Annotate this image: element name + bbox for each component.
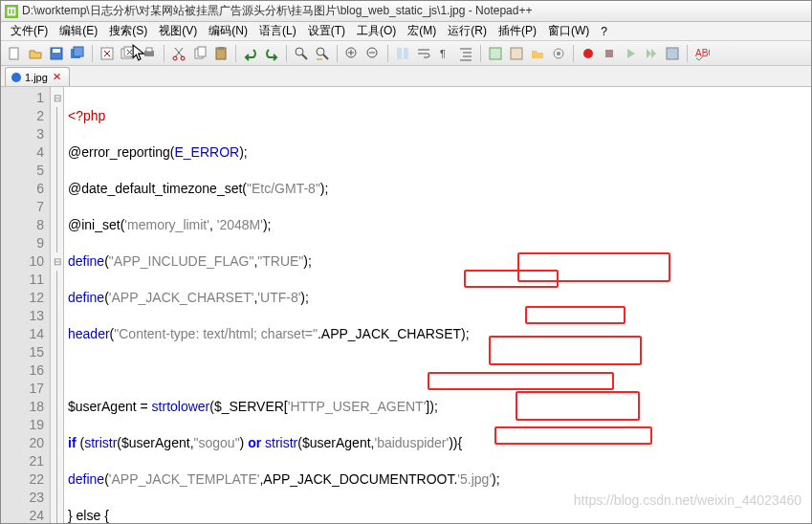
zoomout-icon[interactable] bbox=[363, 44, 383, 63]
menu-plugins[interactable]: 插件(P) bbox=[493, 23, 542, 39]
svg-point-30 bbox=[557, 52, 560, 55]
svg-point-31 bbox=[583, 49, 593, 58]
closeall-icon[interactable] bbox=[119, 44, 138, 63]
svg-rect-8 bbox=[74, 47, 83, 56]
menu-settings[interactable]: 设置(T) bbox=[302, 23, 351, 39]
svg-rect-33 bbox=[667, 48, 678, 59]
replace-icon[interactable] bbox=[313, 44, 332, 63]
fold-box-icon[interactable]: ⊟ bbox=[51, 89, 63, 107]
cut-icon[interactable] bbox=[169, 44, 188, 63]
svg-rect-24 bbox=[397, 48, 402, 59]
toolbar-sep bbox=[235, 45, 236, 62]
stop-icon[interactable] bbox=[600, 44, 619, 63]
svg-text:¶: ¶ bbox=[440, 48, 446, 59]
menu-help[interactable]: ? bbox=[595, 25, 613, 38]
record-icon[interactable] bbox=[579, 44, 598, 63]
menu-search[interactable]: 搜索(S) bbox=[103, 23, 153, 39]
find-icon[interactable] bbox=[292, 44, 311, 63]
toolbar: ¶ ABC bbox=[1, 41, 811, 66]
toolbar-sep bbox=[286, 45, 287, 62]
open-icon[interactable] bbox=[26, 44, 45, 63]
fold-column: ⊟ ⊟ bbox=[51, 87, 64, 523]
playfast-icon[interactable] bbox=[642, 44, 661, 63]
code-area[interactable]: <?php @error_reporting(E_ERROR); @date_d… bbox=[64, 87, 811, 523]
menu-run[interactable]: 运行(R) bbox=[442, 23, 493, 39]
menu-file[interactable]: 文件(F) bbox=[5, 23, 54, 39]
monitor-icon[interactable] bbox=[549, 44, 568, 63]
toolbar-sep bbox=[337, 45, 338, 62]
lang-icon[interactable] bbox=[486, 44, 505, 63]
highlight-box bbox=[525, 306, 625, 324]
svg-rect-27 bbox=[490, 48, 501, 59]
toolbar-sep bbox=[92, 45, 93, 62]
menu-language[interactable]: 语言(L) bbox=[253, 23, 302, 39]
svg-point-21 bbox=[317, 48, 324, 55]
tab-close-icon[interactable]: ⨯ bbox=[52, 72, 63, 83]
folder-icon[interactable] bbox=[528, 44, 547, 63]
menu-view[interactable]: 视图(V) bbox=[153, 23, 203, 39]
redo-icon[interactable] bbox=[262, 44, 281, 63]
spellcheck-icon[interactable]: ABC bbox=[692, 44, 712, 63]
titlebar: D:\worktemp\日志分析\对某网站被挂黑广告源头分析\挂马图片\blog… bbox=[1, 1, 811, 22]
play-icon[interactable] bbox=[621, 44, 640, 63]
zoomin-icon[interactable] bbox=[342, 44, 362, 63]
app-icon bbox=[5, 5, 18, 18]
new-icon[interactable] bbox=[5, 44, 24, 63]
svg-rect-28 bbox=[511, 48, 522, 59]
svg-rect-2 bbox=[9, 9, 11, 13]
svg-rect-25 bbox=[404, 48, 408, 59]
toolbar-sep bbox=[573, 45, 574, 62]
svg-rect-17 bbox=[198, 47, 206, 56]
tabstrip: 1.jpg ⨯ bbox=[1, 66, 811, 87]
toolbar-sep bbox=[387, 45, 388, 62]
tab-1jpg[interactable]: 1.jpg ⨯ bbox=[5, 67, 70, 86]
wrap-icon[interactable] bbox=[414, 44, 433, 63]
fold-box-icon[interactable]: ⊟ bbox=[51, 252, 63, 271]
tab-label: 1.jpg bbox=[25, 72, 48, 83]
print-icon[interactable] bbox=[140, 44, 159, 63]
line-gutter: 123456789101112131415161718192021222324 bbox=[1, 87, 51, 523]
menu-window[interactable]: 窗口(W) bbox=[542, 23, 595, 39]
svg-rect-4 bbox=[10, 48, 18, 59]
highlight-box bbox=[464, 270, 559, 288]
save-icon[interactable] bbox=[47, 44, 66, 63]
copy-icon[interactable] bbox=[190, 44, 209, 63]
menu-macro[interactable]: 宏(M) bbox=[402, 23, 442, 39]
indent-icon[interactable] bbox=[456, 44, 475, 63]
svg-point-20 bbox=[296, 48, 303, 55]
undo-icon[interactable] bbox=[241, 44, 260, 63]
allchars-icon[interactable]: ¶ bbox=[435, 44, 454, 63]
sync-icon[interactable] bbox=[393, 44, 412, 63]
svg-rect-32 bbox=[605, 50, 613, 57]
paste-icon[interactable] bbox=[211, 44, 230, 63]
funclist-icon[interactable] bbox=[507, 44, 526, 63]
svg-rect-1 bbox=[8, 7, 16, 15]
window-title: D:\worktemp\日志分析\对某网站被挂黑广告源头分析\挂马图片\blog… bbox=[22, 3, 532, 19]
menu-encoding[interactable]: 编码(N) bbox=[203, 23, 253, 39]
toolbar-sep bbox=[164, 45, 165, 62]
menu-tools[interactable]: 工具(O) bbox=[351, 23, 402, 39]
svg-rect-6 bbox=[53, 49, 60, 53]
editor[interactable]: 123456789101112131415161718192021222324 … bbox=[1, 87, 811, 523]
svg-rect-3 bbox=[12, 9, 14, 13]
saveall-icon[interactable] bbox=[68, 44, 87, 63]
toolbar-sep bbox=[687, 45, 688, 62]
toolbar-sep bbox=[480, 45, 481, 62]
menubar: 文件(F) 编辑(E) 搜索(S) 视图(V) 编码(N) 语言(L) 设置(T… bbox=[1, 22, 811, 41]
close-icon[interactable] bbox=[98, 44, 117, 63]
menu-edit[interactable]: 编辑(E) bbox=[54, 23, 103, 39]
tab-status-icon bbox=[11, 73, 21, 82]
svg-rect-13 bbox=[146, 48, 152, 52]
svg-rect-19 bbox=[218, 47, 224, 50]
savemacro-icon[interactable] bbox=[663, 44, 682, 63]
